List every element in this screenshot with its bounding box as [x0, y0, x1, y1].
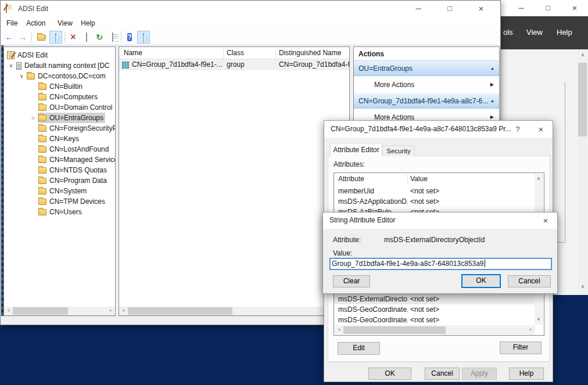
column-header-class[interactable]: Class — [227, 49, 244, 57]
scroll-left-icon[interactable] — [5, 307, 13, 315]
attribute-name: msDS-ExternalDirectoryObjectId — [384, 236, 485, 244]
menu-view[interactable]: View — [58, 19, 73, 27]
tree-item-default-naming-context[interactable]: Default naming context [DC — [4, 60, 115, 71]
help-button[interactable]: Help — [509, 368, 544, 380]
ok-button[interactable]: OK — [368, 368, 411, 380]
ok-button[interactable]: OK — [461, 274, 501, 288]
apply-button[interactable]: Apply — [462, 368, 497, 380]
up-one-level-icon[interactable]: ↑ — [35, 31, 48, 44]
close-icon[interactable] — [536, 213, 555, 229]
export-list-icon[interactable]: → — [106, 31, 119, 44]
menu-file[interactable]: File — [6, 19, 17, 27]
context-help-icon[interactable] — [508, 121, 527, 138]
adsi-titlebar[interactable]: ADSI Edit — [1, 1, 500, 17]
tree-item-dc-contoso[interactable]: DC=contoso,DC=com — [4, 71, 115, 81]
tab-security[interactable]: Security — [382, 145, 415, 156]
list-horizontal-scrollbar[interactable] — [119, 307, 349, 315]
chevron-expanded-icon[interactable] — [17, 73, 26, 79]
tree-item-cn-builtin[interactable]: CN=Builtin — [4, 81, 115, 92]
forward-icon[interactable]: → — [16, 31, 29, 44]
tree-item-cn-ntds-quotas[interactable]: CN=NTDS Quotas — [4, 165, 115, 175]
chevron-expanded-icon[interactable] — [6, 63, 16, 69]
scrollbar-thumb[interactable] — [128, 307, 232, 315]
menu-help[interactable]: Help — [81, 19, 95, 27]
scroll-down-icon[interactable] — [535, 315, 543, 323]
tree-item-cn-keys[interactable]: CN=Keys — [4, 134, 115, 144]
scroll-left-icon[interactable] — [120, 307, 128, 315]
actions-section-cn-group[interactable]: CN=Group_7d1bdfa4-f9e1-4e9a-a8c7-6... — [354, 93, 499, 109]
maximize-icon[interactable] — [436, 1, 463, 17]
cancel-button[interactable]: Cancel — [425, 368, 460, 380]
scrollbar-thumb[interactable] — [13, 307, 68, 315]
tree-item-cn-computers[interactable]: CN=Computers — [4, 92, 115, 102]
tree-item-cn-system[interactable]: CN=System — [4, 186, 115, 196]
tree-item-cn-managed-service-accounts[interactable]: CN=Managed Service — [4, 154, 115, 165]
menu-item-help[interactable]: Help — [557, 28, 572, 37]
list-cell-class: group — [227, 59, 245, 70]
actions-section-ou-entragroups[interactable]: OU=EntraGroups — [354, 61, 499, 76]
tree-horizontal-scrollbar[interactable] — [4, 307, 115, 315]
scroll-up-icon[interactable] — [535, 175, 543, 183]
refresh-icon[interactable]: ↻ — [93, 31, 106, 44]
scroll-right-icon[interactable] — [106, 307, 114, 315]
server-manager-scrollbar[interactable] — [578, 49, 587, 295]
cancel-button[interactable]: Cancel — [508, 275, 551, 287]
scrollbar-thumb[interactable] — [578, 63, 587, 136]
tree-item-adsi-edit[interactable]: ADSI Edit — [4, 50, 115, 60]
filter-button[interactable]: Filter — [500, 341, 542, 354]
column-header-name[interactable]: Name — [124, 49, 142, 57]
edit-button[interactable]: Edit — [338, 342, 380, 355]
delete-icon[interactable]: × — [67, 31, 80, 44]
scroll-up-icon[interactable] — [579, 51, 587, 59]
tree-item-cn-lostandfound[interactable]: CN=LostAndFound — [4, 144, 115, 154]
list-row-group[interactable]: CN=Group_7d1bdfa4-f9e1-... group CN=Grou… — [119, 59, 349, 70]
dialog-titlebar[interactable]: String Attribute Editor — [323, 213, 557, 229]
close-icon[interactable] — [532, 121, 550, 138]
menu-item-view[interactable]: View — [526, 28, 543, 37]
show-action-pane-icon[interactable] — [137, 31, 150, 44]
scrollbar-thumb[interactable] — [343, 326, 446, 334]
collapse-icon[interactable] — [490, 61, 494, 76]
column-separator[interactable] — [407, 174, 408, 183]
tree-item-cn-foreignsecurityprincipals[interactable]: CN=ForeignSecurityP — [4, 123, 115, 134]
tree-item-cn-users[interactable]: CN=Users — [4, 207, 115, 217]
tab-attribute-editor[interactable]: Attribute Editor — [330, 143, 382, 156]
chevron-collapsed-icon[interactable] — [28, 115, 38, 121]
dialog-titlebar[interactable]: CN=Group_7d1bdfa4-f9e1-4e9a-a8c7-648013c… — [324, 121, 553, 138]
attribute-row-msds-geocoordinate-1[interactable]: msDS-GeoCoordinate... <not set> — [334, 304, 535, 315]
menu-item-tools-partial[interactable]: ols — [503, 28, 513, 37]
attribute-row-msds-geocoordinate-2[interactable]: msDS-GeoCoordinate... <not set> — [334, 315, 535, 325]
folder-icon — [38, 94, 46, 100]
tree-item-ou-domain-controllers[interactable]: OU=Domain Control — [4, 102, 115, 113]
scroll-down-icon[interactable] — [579, 283, 587, 291]
tree-item-cn-program-data[interactable]: CN=Program Data — [4, 175, 115, 186]
properties-icon[interactable] — [80, 31, 93, 44]
column-separator[interactable] — [223, 49, 224, 59]
attribute-row-msds-azapplicationd[interactable]: msDS-AzApplicationD... <not set> — [334, 196, 535, 207]
close-icon[interactable] — [561, 0, 588, 16]
column-header-dn[interactable]: Distinguished Name — [279, 49, 341, 57]
collapse-icon[interactable] — [490, 93, 494, 109]
clear-button[interactable]: Clear — [333, 275, 370, 287]
help-icon[interactable]: ? — [123, 31, 136, 44]
show-console-tree-icon[interactable] — [49, 31, 62, 44]
maximize-icon[interactable] — [535, 0, 561, 16]
minimize-icon[interactable] — [405, 1, 432, 17]
close-icon[interactable] — [468, 1, 494, 17]
tree-item-ou-entragroups[interactable]: OU=EntraGroups — [4, 113, 115, 123]
attributes-horizontal-scrollbar[interactable] — [335, 325, 535, 334]
back-icon[interactable]: ← — [3, 31, 16, 44]
attribute-row-memberuid[interactable]: memberUid <not set> — [334, 186, 535, 196]
value-input[interactable]: Group_7d1bdfa4-f9e1-4e9a-a8c7-648013c853… — [329, 258, 552, 270]
column-header-value[interactable]: Value — [410, 173, 428, 185]
minimize-icon[interactable] — [508, 0, 535, 16]
scroll-right-icon[interactable] — [526, 326, 535, 334]
menu-action[interactable]: Action — [26, 19, 45, 27]
column-separator[interactable] — [275, 49, 276, 59]
column-header-attribute[interactable]: Attribute — [338, 173, 364, 185]
toolbar-separator — [121, 32, 121, 42]
tree-item-cn-tpm-devices[interactable]: CN=TPM Devices — [4, 196, 115, 207]
attribute-row-msds-externaldirectoryobjectid[interactable]: msDS-ExternalDirecto... <not set> — [334, 294, 535, 304]
scroll-left-icon[interactable] — [335, 326, 343, 334]
more-actions-item[interactable]: More Actions — [354, 76, 499, 93]
